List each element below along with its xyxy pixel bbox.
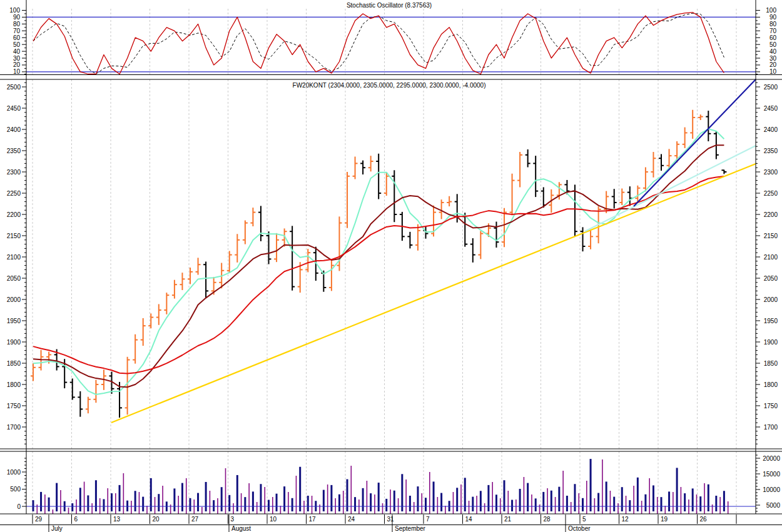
price-axis-label-left: 1850	[7, 360, 21, 367]
price-axis-label-left: 1800	[7, 381, 21, 388]
price-axis-label-right: 1750	[764, 403, 778, 409]
price-axis-label-left: 2150	[7, 233, 21, 239]
osc-axis-label-right: 20	[769, 61, 777, 68]
price-axis-label-right: 2100	[764, 254, 778, 261]
price-axis-label-left: 2450	[7, 105, 21, 112]
price-axis-label-left: 2350	[7, 148, 21, 154]
osc-axis-label-left: 70	[13, 28, 21, 34]
osc-axis-label-right: 60	[769, 34, 777, 41]
month-label: July	[51, 525, 63, 532]
week-label: 6	[74, 516, 78, 523]
volume-axis-label-right: 5000	[766, 502, 781, 509]
oscillator-title: Stochastic Oscillator (8.37563)	[347, 2, 432, 9]
price-axis-label-left: 2200	[7, 211, 21, 218]
week-label: 17	[309, 516, 317, 523]
osc-axis-label-left: 50	[13, 41, 21, 48]
osc-axis-label-left: 40	[13, 48, 21, 55]
osc-axis-label-right: 50	[769, 41, 777, 48]
week-label: 3	[231, 516, 235, 523]
volume-axis-label-left: 1000	[7, 469, 21, 476]
week-label: 10	[270, 516, 277, 523]
osc-axis-label-right: 100	[766, 7, 776, 14]
week-label: 21	[504, 516, 512, 523]
volume-axis-label-right: 20000	[763, 455, 780, 462]
osc-axis-label-left: 80	[13, 21, 21, 28]
price-axis-label-right: 1900	[764, 339, 778, 346]
week-label: 14	[465, 516, 473, 523]
osc-axis-label-right: 40	[769, 48, 777, 55]
price-axis-label-right: 2050	[764, 275, 778, 282]
price-axis-label-left: 2050	[7, 275, 21, 282]
osc-axis-label-left: 10	[13, 68, 21, 75]
price-axis-label-right: 2250	[764, 190, 778, 197]
month-label: September	[395, 525, 426, 532]
price-axis-label-right: 2000	[764, 296, 778, 303]
oscillator-plot-area[interactable]	[26, 0, 756, 74]
price-axis-label-right: 1850	[764, 360, 778, 367]
chart-window: 1001009090808070706060505040403030202010…	[0, 0, 782, 532]
month-label: August	[231, 525, 251, 532]
week-label: 29	[35, 516, 43, 523]
price-axis-label-left: 2000	[7, 296, 21, 303]
osc-axis-label-right: 10	[769, 68, 777, 75]
price-axis-label-right: 1950	[764, 318, 778, 324]
volume-axis-label-left: 500	[10, 486, 21, 493]
week-label: 7	[426, 516, 430, 523]
price-axis-label-left: 1750	[7, 403, 21, 409]
price-axis-label-left: 2400	[7, 126, 21, 133]
volume-axis-label-right: 15000	[763, 471, 780, 478]
volume-axis-label-left: 0	[17, 503, 21, 510]
osc-axis-label-right: 80	[769, 21, 777, 28]
price-axis-label-right: 1700	[764, 424, 778, 431]
osc-axis-label-right: 90	[769, 14, 777, 21]
price-axis-label-left: 2100	[7, 254, 21, 261]
week-label: 19	[661, 516, 668, 523]
price-axis-label-left: 1900	[7, 339, 21, 346]
osc-axis-label-left: 30	[13, 55, 21, 62]
volume-axis-label-right: 10000	[763, 486, 780, 493]
osc-axis-label-left: 60	[13, 34, 21, 41]
week-label: 12	[622, 516, 629, 523]
osc-axis-label-right: 70	[769, 28, 777, 34]
price-axis-label-right: 2450	[764, 105, 778, 112]
price-axis-label-left: 2250	[7, 190, 21, 197]
price-axis-label-right: 2150	[764, 233, 778, 239]
osc-axis-label-left: 90	[13, 14, 21, 21]
week-label: 5	[582, 516, 586, 523]
week-label: 24	[348, 516, 355, 523]
price-axis-label-right: 2200	[764, 211, 778, 218]
week-label: 31	[387, 516, 395, 523]
price-axis-label-right: 1800	[764, 381, 778, 388]
week-label: 20	[153, 516, 160, 523]
price-axis-label-right: 2350	[764, 148, 778, 154]
osc-axis-label-left: 20	[13, 61, 21, 68]
price-axis-label-right: 2500	[764, 84, 778, 91]
price-plot-area[interactable]	[26, 79, 756, 449]
price-axis-label-left: 1950	[7, 318, 21, 324]
week-label: 26	[700, 516, 708, 523]
week-label: 28	[544, 516, 551, 523]
week-label: 27	[191, 516, 199, 523]
price-axis-label-right: 2300	[764, 169, 778, 176]
osc-axis-label-right: 30	[769, 55, 777, 62]
price-axis-label-right: 2400	[764, 126, 778, 133]
osc-axis-label-left: 100	[9, 7, 20, 14]
price-axis-label-left: 2500	[7, 84, 21, 91]
price-axis-label-left: 1700	[7, 424, 21, 431]
month-label: October	[568, 525, 591, 532]
week-label: 13	[113, 516, 121, 523]
price-axis-label-left: 2300	[7, 169, 21, 176]
price-title: FW20KONT (2304.0000, 2305.0000, 2295.000…	[293, 82, 486, 89]
chart-canvas: 1001009090808070706060505040403030202010…	[0, 0, 782, 532]
